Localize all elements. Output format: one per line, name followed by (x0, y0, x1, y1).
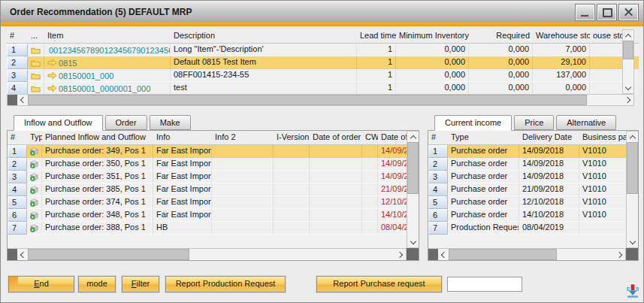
filter-button[interactable]: Filter (122, 276, 159, 292)
tab-current-income[interactable]: Current income (434, 115, 512, 131)
row-number-cell[interactable]: 4 (7, 82, 28, 95)
mode-button[interactable]: mode (78, 276, 116, 292)
scroll-left-arrow[interactable] (17, 249, 28, 260)
col-required[interactable]: Required (469, 29, 533, 43)
col-planned-inflow-outflow[interactable]: Planned Inflow and Outflow (42, 131, 153, 144)
income-row[interactable]: 7 Production Request 08/04/2019 (428, 222, 638, 235)
col-type[interactable]: Type (448, 131, 519, 144)
row-number-cell[interactable]: 6 (428, 209, 448, 222)
col-date-of[interactable]: Date of (378, 131, 407, 144)
col-item[interactable]: Item (44, 29, 171, 43)
inflow-row[interactable]: 2 Purchase order: 350, Pos 1 Far East Im… (8, 158, 419, 171)
scroll-thumb[interactable] (28, 249, 189, 260)
col-delivery-date[interactable]: Delivery Date (519, 131, 579, 144)
report-purchase-request-button[interactable]: Report Purchase request (316, 276, 442, 292)
inflow-row[interactable]: 4 Purchase order: 385, Pos 1 Far East Im… (8, 183, 419, 196)
tab-make[interactable]: Make (150, 115, 191, 130)
footer-text-input[interactable] (447, 277, 522, 292)
col-info[interactable]: Info (153, 131, 212, 144)
item-code[interactable]: 08150001_000 (59, 71, 113, 80)
folder-icon[interactable] (31, 71, 41, 80)
split-handle[interactable] (428, 249, 438, 260)
item-code[interactable]: 0815 (59, 59, 77, 68)
row-number-cell[interactable]: 1 (428, 145, 448, 158)
tab-price[interactable]: Price (514, 115, 554, 130)
scroll-up-arrow[interactable] (627, 132, 638, 142)
row-number-cell[interactable]: 4 (8, 183, 27, 196)
minimize-button[interactable] (576, 5, 594, 20)
row-number-cell[interactable]: 4 (428, 183, 448, 196)
row-number-cell[interactable]: 7 (8, 222, 27, 235)
inflow-row[interactable]: 3 Purchase order: 351, Pos 1 Far East Im… (8, 171, 419, 183)
scroll-left-arrow[interactable] (438, 249, 449, 260)
col-minimum-inventory[interactable]: Minimum Inventory (396, 29, 469, 43)
row-number-cell[interactable]: 1 (8, 145, 27, 158)
col-warehouse-stock-clipped[interactable]: ouse stoc (590, 29, 622, 43)
row-number-cell[interactable]: 3 (428, 171, 448, 183)
table-row-selected[interactable]: 2 0815 Default 0815 Test Item 1 0,000 0,… (7, 56, 639, 69)
row-number-cell[interactable]: 2 (8, 158, 27, 171)
col-business-partner[interactable]: Business par (579, 131, 626, 144)
title-bar[interactable]: Order Recommendation (5) DEFAULT MRP (1, 1, 643, 23)
income-row[interactable]: 6 Purchase order 14/10/2018 V1010 (428, 209, 638, 222)
link-arrow-icon[interactable] (47, 84, 57, 92)
close-button[interactable] (619, 5, 638, 20)
scroll-right-arrow[interactable] (615, 249, 625, 260)
scroll-left-arrow[interactable] (17, 95, 28, 105)
col-dots[interactable]: ... (28, 29, 44, 43)
split-handle[interactable] (8, 95, 17, 105)
link-arrow-icon[interactable] (47, 59, 57, 67)
col-cw[interactable]: CW (362, 131, 378, 144)
income-row[interactable]: 4 Purchase order 21/09/2018 V1010 (428, 183, 638, 196)
tab-inflow-and-outflow[interactable]: Inflow and Outflow (14, 115, 103, 131)
income-row[interactable]: 5 Purchase order 12/10/2018 V1010 (428, 196, 638, 209)
scroll-down-arrow[interactable] (627, 237, 638, 247)
row-number-cell[interactable]: 3 (8, 171, 27, 183)
col-row-number[interactable]: # (7, 29, 28, 43)
scroll-down-arrow[interactable] (623, 83, 633, 93)
maximize-button[interactable] (597, 5, 616, 20)
scroll-thumb[interactable] (28, 95, 587, 105)
report-production-request-button[interactable]: Report Production Request (165, 276, 286, 292)
income-row[interactable]: 3 Purchase order 14/09/2018 V1010 (428, 171, 638, 183)
inflow-row[interactable]: 7 Purchase order: 388, Pos 1 HB 08/04/2 (8, 222, 419, 235)
col-warehouse-stock[interactable]: Warehouse stock (533, 29, 590, 43)
income-row-selected[interactable]: 1 Purchase order 14/09/2018 V1010 (428, 145, 638, 158)
col-type[interactable]: Typ (27, 131, 42, 144)
tab-order[interactable]: Order (105, 115, 147, 130)
dock-down-icon[interactable] (626, 283, 639, 299)
row-number-cell[interactable]: 2 (428, 158, 448, 171)
split-handle[interactable] (8, 249, 17, 260)
scroll-thumb[interactable] (449, 249, 557, 260)
row-number-cell[interactable]: 5 (8, 196, 27, 209)
col-row-number[interactable]: # (428, 131, 448, 144)
scroll-thumb[interactable] (627, 142, 638, 194)
row-number-cell[interactable]: 2 (7, 56, 28, 69)
folder-icon[interactable] (31, 59, 41, 68)
income-row[interactable]: 2 Purchase order 14/09/2018 V1010 (428, 158, 638, 171)
inflow-row[interactable]: 5 Purchase order: 374, Pos 1 Far East Im… (8, 196, 419, 209)
item-code[interactable]: 08150001_0000001_000 (59, 84, 150, 93)
scroll-down-arrow[interactable] (407, 237, 419, 247)
scroll-thumb[interactable] (623, 41, 633, 59)
scroll-thumb[interactable] (407, 142, 419, 194)
folder-icon[interactable] (31, 84, 41, 93)
scroll-up-arrow[interactable] (623, 30, 633, 41)
row-number-cell[interactable]: 1 (7, 44, 28, 56)
item-code[interactable]: 0012345678901234567901234567901234 (49, 46, 171, 55)
col-date-of-order[interactable]: Date of order (310, 131, 362, 144)
col-description[interactable]: Description (171, 29, 357, 43)
col-row-number[interactable]: # (8, 131, 27, 144)
folder-icon[interactable] (31, 46, 41, 55)
scroll-right-arrow[interactable] (395, 249, 406, 260)
row-number-cell[interactable]: 7 (428, 222, 448, 235)
row-number-cell[interactable]: 5 (428, 196, 448, 209)
col-lead-time[interactable]: Lead time (357, 29, 396, 43)
link-arrow-icon[interactable] (47, 71, 57, 80)
inflow-row-selected[interactable]: 1 Purchase order: 349, Pos 1 Far East Im… (8, 145, 419, 158)
scroll-up-arrow[interactable] (407, 132, 419, 142)
table-row[interactable]: 1 0012345678901234567901234567901234 Lon… (7, 44, 639, 56)
table-row[interactable]: 3 08150001_000 08FF001415-234-55 1 0,000… (7, 69, 639, 82)
tab-alternative[interactable]: Alternative (556, 115, 616, 130)
inflow-row[interactable]: 6 Purchase order: 348, Pos 1 Far East Im… (8, 209, 419, 222)
